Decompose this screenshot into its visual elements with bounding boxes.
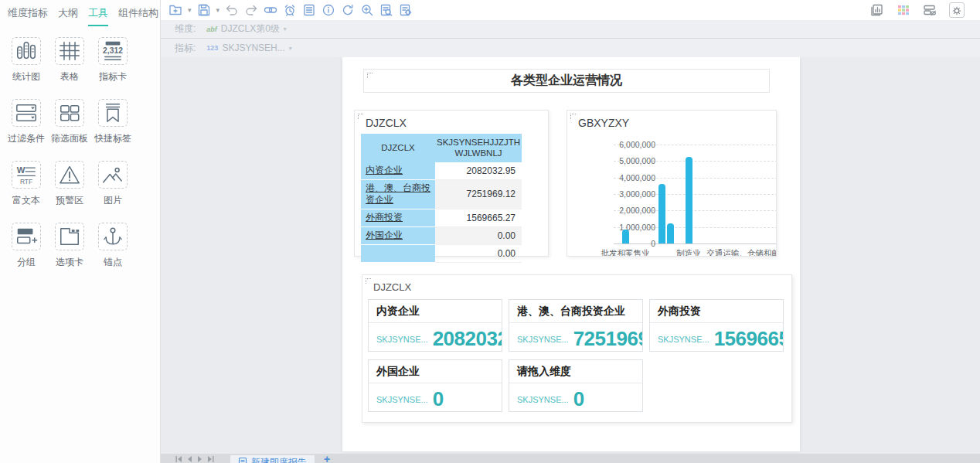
tool-group-tool[interactable]: 分组 [5, 223, 48, 269]
table-value-cell: 1569665.27 [435, 209, 522, 226]
report-tab-icon [238, 457, 247, 463]
tool-label: 统计图 [5, 70, 48, 83]
table-row: 0.00 [361, 244, 522, 262]
metric-value: SKJSYNSEH... [222, 43, 284, 53]
card-metric-label: SKJSYNSE... [517, 335, 569, 344]
list-doc-icon[interactable] [302, 3, 316, 17]
indicator-card[interactable]: 外商投资 SKJSYNSE... 1569665. [649, 299, 784, 352]
tool-chart-tool[interactable]: 统计图 [5, 37, 48, 83]
cards-grid: 内资企业 SKJSYNSE... 2082032. 港、澳、台商投资企业 SKJ… [368, 299, 791, 412]
link-icon[interactable] [264, 3, 277, 17]
chart-bar[interactable] [667, 223, 674, 243]
card-metric-label: SKJSYNSE... [658, 335, 709, 344]
caret-down-icon[interactable]: ▾ [289, 45, 292, 52]
dropdown-caret-icon[interactable]: ▾ [216, 6, 220, 14]
refresh-icon[interactable] [341, 3, 355, 17]
last-page-icon[interactable] [207, 455, 215, 463]
left-sidebar: 维度指标大纲工具组件结构 统计图 表格 2,312 指标卡 过滤条件 筛选面板 … [0, 0, 161, 463]
bookmark-tool-icon [100, 101, 126, 124]
main-area: ▾▾ 维度: abf DJZCLX第0级 ▾ 指标: 123 SKJSYNSEH… [161, 0, 980, 463]
metric-row: 指标: 123 SKJSYNSEH... ▾ [161, 39, 980, 57]
sidebar-tab-1[interactable]: 大纲 [58, 6, 78, 26]
doc-settings-icon[interactable] [399, 3, 413, 17]
info-icon[interactable] [322, 3, 335, 17]
zoom-plus-icon[interactable] [360, 3, 374, 17]
caret-down-icon[interactable]: ▾ [284, 26, 287, 32]
redo-icon[interactable] [244, 3, 258, 17]
drag-handle-icon[interactable] [570, 114, 576, 119]
image-tool-icon [100, 163, 126, 186]
table-header-row: DJZCLXSKJSYNSEHJJZJTHWJLWBNLJ [361, 134, 522, 162]
table-value-cell: 7251969.12 [435, 179, 522, 209]
x-axis-label: 交通运输、仓储和邮政业 [706, 248, 777, 257]
chart-panel-icon[interactable] [870, 3, 884, 17]
table-dimension-cell[interactable]: 外商投资 [361, 209, 435, 226]
table-header-cell[interactable]: SKJSYNSEHJJZJTHWJLWBNLJ [435, 134, 522, 162]
group-tool-icon [13, 225, 39, 248]
hide-component-icon[interactable] [923, 3, 937, 17]
tool-table-tool[interactable]: 表格 [48, 37, 91, 83]
sidebar-tab-2[interactable]: 工具 [88, 6, 108, 26]
card-value: 7251969. [573, 327, 642, 351]
table-dimension-cell[interactable]: 外国企业 [361, 226, 435, 244]
tool-indicator-card-tool[interactable]: 2,312 指标卡 [91, 37, 134, 83]
prev-page-icon[interactable] [185, 455, 193, 463]
tool-anchor-tool[interactable]: 锚点 [91, 223, 134, 269]
dimension-value: DJZCLX第0级 [221, 22, 280, 36]
doc-search-icon[interactable] [379, 3, 393, 17]
save-icon[interactable] [197, 3, 211, 17]
tool-tab-card-tool[interactable]: 选项卡 [48, 223, 91, 269]
chart-bar[interactable] [686, 157, 692, 243]
table-dimension-cell[interactable]: 港、澳、台商投资企业 [361, 179, 435, 209]
drag-handle-icon[interactable] [358, 114, 363, 119]
number-type-icon: 123 [206, 44, 218, 52]
table-dimension-cell[interactable]: 内资企业 [361, 162, 435, 180]
metric-pill[interactable]: 123 SKJSYNSEH... ▾ [206, 43, 291, 53]
indicator-card[interactable]: 港、澳、台商投资企业 SKJSYNSE... 7251969. [509, 299, 643, 352]
tool-label: 快捷标签 [91, 132, 134, 145]
table-component[interactable]: DJZCLX DJZCLXSKJSYNSEHJJZJTHWJLWBNLJ 内资企… [354, 110, 549, 257]
tool-filter-panel-tool[interactable]: 筛选面板 [48, 99, 91, 145]
drag-handle-icon[interactable] [367, 73, 373, 78]
chart-bar[interactable] [622, 230, 629, 243]
tool-bookmark-tool[interactable]: 快捷标签 [91, 99, 134, 145]
next-page-icon[interactable] [196, 455, 204, 463]
tool-alert-tool[interactable]: 预警区 [48, 161, 91, 207]
sidebar-tab-3[interactable]: 组件结构 [118, 6, 158, 26]
bar-chart-component[interactable]: GBXYZXY 01,000,0002,000,0003,000,0004,00… [567, 110, 777, 257]
drag-handle-icon[interactable] [366, 278, 371, 284]
tool-filter-tool[interactable]: 过滤条件 [5, 99, 48, 145]
indicator-card[interactable]: 外国企业 SKJSYNSE... 0 [368, 359, 502, 412]
table-dimension-cell[interactable] [361, 244, 435, 262]
add-sheet-button[interactable]: + [324, 455, 330, 463]
alarm-icon[interactable] [283, 3, 297, 17]
sheet-tab[interactable]: 新建即席报告 [230, 455, 315, 463]
title-component[interactable]: 各类型企业运营情况 [363, 69, 770, 93]
dimension-row: 维度: abf DJZCLX第0级 ▾ [161, 20, 980, 39]
tool-richtext-tool[interactable]: WRTF 富文本 [5, 161, 48, 207]
sheet-tab-label: 新建即席报告 [251, 456, 307, 463]
first-page-icon[interactable] [175, 455, 182, 463]
svg-text:2,312: 2,312 [103, 46, 123, 55]
tool-label: 表格 [48, 70, 91, 83]
indicator-cards-component[interactable]: DJZCLX 内资企业 SKJSYNSE... 2082032. 港、澳、台商投… [362, 274, 792, 423]
sidebar-tab-0[interactable]: 维度指标 [8, 6, 48, 26]
card-title: 外商投资 [650, 300, 783, 323]
table-header-cell[interactable]: DJZCLX [361, 134, 435, 162]
filter-panel-tool-icon [56, 101, 83, 124]
dimension-pill[interactable]: abf DJZCLX第0级 ▾ [206, 22, 287, 36]
undo-icon[interactable] [225, 3, 239, 17]
indicator-card[interactable]: 内资企业 SKJSYNSE... 2082032. [368, 299, 502, 352]
theme-grid-icon[interactable] [897, 3, 910, 17]
toolbar: ▾▾ [161, 0, 980, 20]
report-title: 各类型企业运营情况 [511, 73, 622, 89]
dropdown-caret-icon[interactable]: ▾ [188, 6, 192, 14]
indicator-card[interactable]: 请拖入维度 SKJSYNSE... 0 [509, 359, 643, 412]
new-report-icon[interactable] [168, 3, 182, 17]
alert-tool-icon [56, 163, 83, 186]
chart-bar[interactable] [658, 184, 665, 243]
tool-image-tool[interactable]: 图片 [91, 161, 134, 207]
tool-label: 预警区 [48, 194, 91, 207]
settings-gear-icon[interactable] [949, 2, 965, 18]
cards-title: DJZCLX [362, 275, 791, 293]
